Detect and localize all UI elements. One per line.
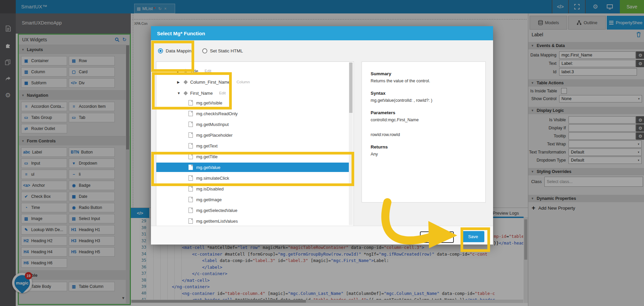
refresh-icon[interactable]: ↻ xyxy=(122,37,126,43)
widget-dropdown[interactable]: ▾Dropdown xyxy=(69,159,115,168)
widget-accordion-item[interactable]: ≡Accordion Item xyxy=(69,102,115,111)
widget-lookup-with-de[interactable]: ✎Lookup With De... xyxy=(21,225,67,234)
widget-section-layouts[interactable]: ▼Layouts xyxy=(19,45,130,54)
function-item-mg-gettitle[interactable]: mg.getTitle xyxy=(156,152,349,161)
dropdown-dropdown-type[interactable]: Default▾ xyxy=(569,157,642,164)
widget-input[interactable]: ▭Input xyxy=(21,159,67,168)
widget-subform[interactable]: ▦Subform xyxy=(21,78,67,88)
widget-check-box[interactable]: ✔Check Box xyxy=(21,192,67,201)
widget-div[interactable]: </>Div xyxy=(69,78,115,88)
function-list-scrollbar[interactable] xyxy=(349,62,353,225)
tree-node-action[interactable]: Edit xyxy=(205,69,211,73)
widget-label[interactable]: abcLabel xyxy=(21,147,67,157)
widget-section-navigation[interactable]: ▼Navigation xyxy=(19,90,130,100)
magic-logo[interactable]: magic 19 xyxy=(12,272,34,294)
share-rail-button[interactable] xyxy=(0,73,16,85)
widget-badge[interactable]: ◉Badge xyxy=(69,181,115,190)
editor-horizontal-scrollbar[interactable] xyxy=(131,300,523,303)
tree-node-action[interactable]: Column xyxy=(236,80,250,84)
settings-gears-button[interactable]: ⚙ xyxy=(589,0,602,13)
copies-rail-button[interactable] xyxy=(0,56,16,68)
widget-heading-h5[interactable]: H5Heading H5 xyxy=(69,247,115,257)
widget-li[interactable]: −li xyxy=(69,170,115,179)
expand-button[interactable] xyxy=(568,0,586,13)
field-tooltip[interactable] xyxy=(569,132,636,140)
widget-router-outlet[interactable]: ⇄Router Outlet xyxy=(21,124,67,133)
widget-anchor[interactable]: <a>Anchor xyxy=(21,181,67,190)
tree-node-title[interactable]: ▶TitleEdit xyxy=(156,67,344,75)
show-control-dropdown[interactable]: None▾ xyxy=(559,95,642,102)
widget-card[interactable]: ▢Card xyxy=(69,67,115,77)
widgets-scrollbar[interactable] xyxy=(126,45,129,303)
widget-column[interactable]: ▥Column xyxy=(21,67,67,77)
settings-rail-button[interactable]: ⚙ xyxy=(0,89,16,101)
widget-select-input[interactable]: ▤Select Input xyxy=(69,214,115,223)
search-icon[interactable] xyxy=(115,37,119,42)
gear-button[interactable]: ⚙ xyxy=(636,132,644,140)
widget-tabs-group[interactable]: ▭Tabs Group xyxy=(21,113,67,122)
scrollbar-thumb[interactable] xyxy=(126,45,129,149)
widget-container[interactable]: ▣Container xyxy=(21,56,67,65)
widget-tab[interactable]: ▭Tab xyxy=(69,113,115,122)
class-select-input[interactable]: Select class... xyxy=(544,177,643,187)
widget-ul[interactable]: ≡ul xyxy=(21,170,67,179)
section-header-dynamic-properties[interactable]: ▼Dynamic Properties xyxy=(528,195,644,202)
preview-monitor-button[interactable] xyxy=(603,0,616,13)
gear-button[interactable]: ⚙ xyxy=(636,51,644,59)
tree-node-column-first-name[interactable]: ▶Column_First_NameColumn xyxy=(156,78,344,86)
widget-accordion-conta[interactable]: ≡Accordion Conta... xyxy=(21,102,67,111)
editor-code-tab[interactable]: </> xyxy=(131,208,149,218)
code-view-button[interactable]: </> xyxy=(552,0,569,13)
scrollbar-thumb[interactable] xyxy=(349,62,353,113)
editor-vertical-scrollbar[interactable] xyxy=(524,218,528,303)
widget-image[interactable]: ▨Image xyxy=(21,214,67,223)
tree-node-action[interactable]: Edit xyxy=(219,91,226,95)
field-is-visible[interactable] xyxy=(569,116,636,124)
widget-heading-h4[interactable]: H4Heading H4 xyxy=(21,247,67,257)
gear-button[interactable]: ⚙ xyxy=(636,116,644,124)
pages-rail-button[interactable] xyxy=(0,23,16,34)
save-button[interactable]: Save xyxy=(620,0,644,13)
dropdown-text-transformation[interactable]: Default▾ xyxy=(569,148,642,156)
chevron-collapsed-icon[interactable]: ▶ xyxy=(177,69,181,73)
chevron-down-icon[interactable]: ▼ xyxy=(121,296,125,300)
field-data-mapping[interactable]: mgc.First_Name xyxy=(559,51,636,59)
scrollbar-thumb[interactable] xyxy=(131,300,306,303)
widget-time[interactable]: ◔Time xyxy=(21,203,67,212)
section-header-display-logic[interactable]: ▼Display Logic xyxy=(528,107,644,114)
radio-set-static-html[interactable]: Set Static HTML xyxy=(202,48,243,53)
is-inside-table-checkbox[interactable] xyxy=(561,88,567,94)
widget-row[interactable]: ▤Row xyxy=(69,56,115,65)
widget-section-table[interactable]: ▼Table xyxy=(19,270,130,280)
dialog-save-button[interactable]: Save xyxy=(462,231,484,242)
refresh-icon[interactable]: ↻ xyxy=(158,6,161,11)
add-new-property-button[interactable]: +Add New Property xyxy=(532,204,575,212)
scrollbar-thumb[interactable] xyxy=(524,219,527,260)
tree-node-first-name[interactable]: ▼First_NameEdit xyxy=(156,89,344,97)
section-header-styling-overrides[interactable]: ▼Styling Overrides xyxy=(528,168,644,175)
widget-date[interactable]: ▦Date xyxy=(69,192,115,201)
dropdown-text-wrap[interactable]: ▾ xyxy=(569,140,642,148)
section-header-table-actions[interactable]: ▼Table Actions xyxy=(528,79,644,87)
field-display-if[interactable] xyxy=(569,124,636,132)
widget-heading-h2[interactable]: H2Heading H2 xyxy=(21,236,67,246)
function-item-mg-isdisabled[interactable]: mg.isDisabled xyxy=(156,184,349,193)
widget-button[interactable]: BTNButton xyxy=(69,147,115,157)
section-header-events-data[interactable]: ▼Events & Data xyxy=(528,42,644,49)
widget-heading-h6[interactable]: H6Heading H6 xyxy=(21,258,67,268)
function-item-mg-simulateclick[interactable]: mg.simulateClick xyxy=(156,173,349,183)
field-id[interactable]: label.3 xyxy=(559,68,637,76)
document-tab-mlist[interactable]: ▤ MList * ↻ × xyxy=(134,4,175,13)
function-item-mg-getimage[interactable]: mg.getImage xyxy=(156,195,349,204)
gear-button[interactable]: ⚙ xyxy=(636,60,644,67)
function-item-mg-getvalue[interactable]: mg.getValue xyxy=(156,163,349,172)
function-item-mg-getvisible[interactable]: mg.getVisible xyxy=(156,98,349,107)
function-item-mg-gettext[interactable]: mg.getText xyxy=(156,141,349,150)
function-item-mg-getmustinput[interactable]: mg.getMustInput xyxy=(156,120,349,129)
close-icon[interactable]: × xyxy=(164,6,167,11)
radio-data-mapping[interactable]: Data Mapping xyxy=(158,48,194,53)
chevron-expanded-icon[interactable]: ▼ xyxy=(177,91,181,95)
widget-radio-button[interactable]: ◉Radio Button xyxy=(69,203,115,212)
widget-table-column[interactable]: ▥Table Column xyxy=(69,282,115,291)
field-text[interactable]: Label: xyxy=(559,60,636,67)
